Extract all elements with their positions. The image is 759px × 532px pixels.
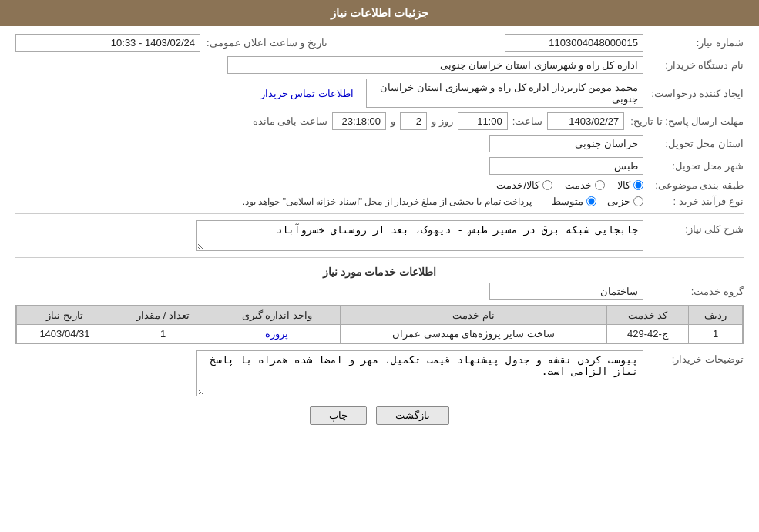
category-khedmat[interactable]: خدمت — [565, 179, 605, 191]
back-button[interactable]: بازگشت — [376, 406, 449, 425]
purchase-options-group: جزیی متوسط پرداخت تمام یا بخشی از مبلغ خ… — [243, 196, 643, 207]
table-cell-code: ج-42-429 — [606, 325, 688, 343]
city-value: طبس — [489, 157, 643, 175]
button-row: بازگشت چاپ — [15, 406, 744, 425]
purchase-motevasset[interactable]: متوسط — [552, 196, 596, 207]
table-header-code: کد خدمت — [606, 306, 688, 325]
purchase-jozi-label: جزیی — [607, 196, 630, 207]
city-label: شهر محل تحویل: — [643, 160, 744, 172]
category-khedmat-label: خدمت — [565, 179, 592, 191]
table-header-count: تعداد / مقدار — [113, 306, 213, 325]
table-row: 1 ج-42-429 ساخت سایر پروژه‌های مهندسی عم… — [17, 325, 743, 343]
table-cell-count: 1 — [113, 325, 213, 343]
remain-label: ساعت باقی مانده — [248, 115, 332, 127]
category-kala-khedmat-radio[interactable] — [542, 180, 552, 190]
need-number-value: 1103004048000015 — [505, 34, 643, 52]
table-header-date: تاریخ نیاز — [17, 306, 113, 325]
date-label: تاریخ و ساعت اعلان عمومی: — [200, 37, 327, 49]
org-label: نام دستگاه خریدار: — [643, 59, 744, 71]
purchase-desc: پرداخت تمام یا بخشی از مبلغ خریدار از مح… — [243, 196, 532, 207]
unit-link[interactable]: پروژه — [265, 328, 288, 340]
category-khedmat-radio[interactable] — [595, 180, 605, 190]
province-value: خراسان جنوبی — [489, 135, 643, 152]
purchase-motevasset-label: متوسط — [552, 196, 583, 207]
category-kala-khedmat-label: کالا/خدمت — [496, 179, 539, 191]
purchase-motevasset-radio[interactable] — [586, 196, 596, 206]
category-kala-khedmat[interactable]: کالا/خدمت — [496, 179, 552, 191]
services-title: اطلاعات خدمات مورد نیاز — [15, 266, 744, 278]
category-label: طبقه بندی موضوعی: — [643, 179, 744, 191]
services-table: ردیف کد خدمت نام خدمت واحد اندازه گیری ت… — [15, 305, 744, 344]
creator-label: ایجاد کننده درخواست: — [643, 88, 744, 99]
divider-1 — [15, 213, 744, 214]
need-number-label: شماره نیاز: — [643, 37, 744, 49]
table-cell-date: 1403/04/31 — [17, 325, 113, 343]
date-value: 1403/02/24 - 10:33 — [15, 34, 200, 52]
deadline-label: مهلت ارسال پاسخ: تا تاریخ: — [624, 115, 744, 127]
divider-2 — [15, 257, 744, 258]
province-label: استان محل تحویل: — [643, 138, 744, 149]
category-kala[interactable]: کالا — [617, 179, 643, 191]
time-label: ساعت: — [508, 115, 548, 127]
table-header-service: نام خدمت — [340, 306, 606, 325]
category-kala-label: کالا — [617, 179, 630, 191]
category-options: کالا خدمت کالا/خدمت — [496, 179, 643, 191]
service-group-value: ساختمان — [489, 283, 643, 300]
deadline-time: 11:00 — [458, 112, 508, 130]
table-header-row: ردیف — [689, 306, 743, 325]
page-title: جزئیات اطلاعات نیاز — [0, 0, 759, 26]
print-button[interactable]: چاپ — [310, 406, 367, 425]
creator-value: محمد مومن کاربرداز اداره کل راه و شهرساز… — [366, 79, 643, 108]
contact-link[interactable]: اطلاعات تماس خریدار — [256, 88, 358, 99]
table-cell-row: 1 — [689, 325, 743, 343]
buyer-notes-label: توضیحات خریدار: — [643, 350, 744, 365]
purchase-jozi[interactable]: جزیی — [607, 196, 643, 207]
purchase-jozi-radio[interactable] — [633, 196, 643, 206]
deadline-date: 1403/02/27 — [547, 112, 624, 130]
purchase-type-label: نوع فرآیند خرید : — [643, 196, 744, 207]
deadline-end-time: 23:18:00 — [332, 112, 386, 130]
description-textarea[interactable] — [196, 220, 643, 251]
org-value: اداره کل راه و شهرسازی استان خراسان جنوب… — [227, 56, 643, 74]
day-label: روز و — [427, 115, 458, 127]
deadline-day: 2 — [400, 112, 427, 130]
buyer-notes-textarea[interactable] — [196, 350, 643, 396]
description-label: شرح کلی نیاز: — [643, 220, 744, 235]
table-cell-service: ساخت سایر پروژه‌های مهندسی عمران — [340, 325, 606, 343]
service-group-label: گروه خدمت: — [643, 286, 744, 297]
table-header-unit: واحد اندازه گیری — [213, 306, 341, 325]
table-cell-unit: پروژه — [213, 325, 341, 343]
category-kala-radio[interactable] — [633, 180, 643, 190]
and-label: و — [386, 115, 400, 127]
